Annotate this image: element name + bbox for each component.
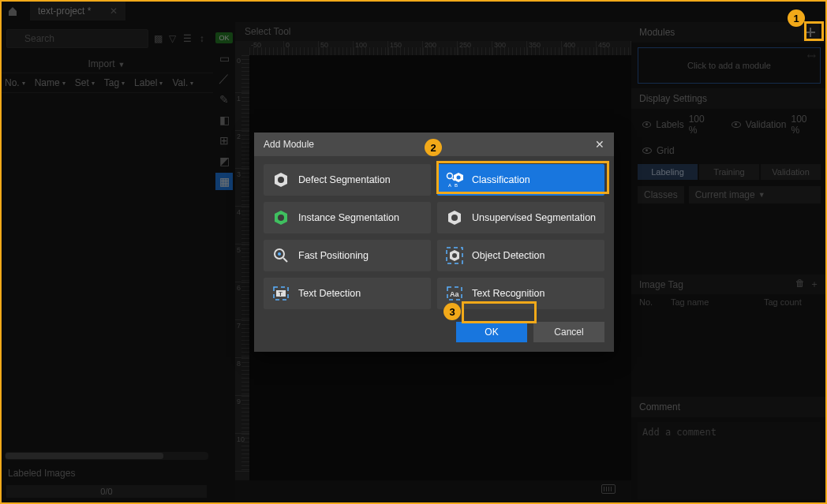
- cancel-button[interactable]: Cancel: [533, 322, 604, 342]
- image-list: [0, 93, 213, 449]
- labeled-progress: 0/0: [6, 485, 207, 498]
- svg-text:T: T: [279, 290, 283, 297]
- magnifier-icon: [271, 246, 290, 265]
- comment-header: Comment: [631, 397, 827, 417]
- svg-point-11: [278, 215, 284, 221]
- dialog-title: Add Module: [264, 139, 314, 150]
- card-text-recognition[interactable]: Aa Text Recognition: [437, 278, 604, 309]
- add-module-button[interactable]: [802, 24, 819, 41]
- close-icon[interactable]: ✕: [110, 6, 118, 17]
- tab-validation[interactable]: Validation: [761, 164, 821, 180]
- card-unsupervised-segmentation[interactable]: Unsupervised Segmentation: [437, 202, 604, 233]
- roi-tool-icon[interactable]: ▦: [215, 173, 233, 190]
- select-tool-label: Select Tool: [235, 22, 631, 41]
- select-tool-icon[interactable]: ▭: [215, 50, 233, 67]
- ok-button[interactable]: OK: [456, 322, 527, 342]
- search-input[interactable]: [6, 29, 148, 48]
- tab-training[interactable]: Training: [699, 164, 759, 180]
- svg-line-15: [283, 258, 287, 262]
- canvas-status-bar: [235, 482, 631, 496]
- svg-text:A: A: [448, 183, 451, 188]
- classes-list: [631, 207, 827, 274]
- import-dropdown[interactable]: Import▼: [0, 55, 213, 73]
- labeled-images-label: Labeled Images: [0, 463, 213, 483]
- title-bar: text-project * ✕: [0, 0, 827, 22]
- card-defect-segmentation[interactable]: Defect Segmentation: [264, 164, 431, 196]
- ruler-horizontal: -50050100150200250300350400450: [235, 41, 631, 55]
- header-name[interactable]: Name▾: [30, 77, 70, 88]
- ruler-vertical: 012345678910: [235, 55, 249, 480]
- project-tab[interactable]: text-project * ✕: [30, 2, 125, 21]
- text-recognition-icon: Aa: [445, 284, 464, 303]
- ok-badge[interactable]: OK: [215, 32, 233, 43]
- classes-label: Classes: [638, 186, 684, 203]
- brush-tool-icon[interactable]: ／: [215, 70, 233, 88]
- add-tag-icon[interactable]: ＋: [810, 278, 819, 291]
- svg-point-4: [447, 174, 453, 179]
- horizontal-scrollbar[interactable]: [5, 452, 208, 460]
- validation-opacity: 100 %: [791, 114, 816, 136]
- list-icon[interactable]: ☰: [182, 30, 193, 47]
- mode-tabs: Labeling Training Validation: [631, 161, 827, 183]
- nut-green-icon: [271, 208, 290, 227]
- eye-icon[interactable]: [642, 121, 651, 128]
- eye-icon[interactable]: [642, 147, 652, 154]
- svg-point-13: [451, 215, 458, 221]
- sort-icon[interactable]: ↕: [197, 30, 208, 47]
- header-no[interactable]: No.▾: [0, 77, 30, 88]
- nut-outline-icon: [445, 208, 464, 227]
- header-tag[interactable]: Tag▾: [99, 77, 129, 88]
- tab-labeling[interactable]: Labeling: [638, 164, 698, 180]
- grid-tool-icon[interactable]: ⊞: [215, 132, 233, 149]
- svg-text:B: B: [455, 183, 458, 188]
- display-settings-header: Display Settings: [631, 88, 827, 109]
- image-tool-icon[interactable]: ▩: [153, 30, 163, 47]
- delete-tag-icon[interactable]: 🗑: [795, 278, 805, 291]
- callout-2: 2: [425, 139, 442, 156]
- tag-list: [631, 310, 827, 397]
- eye-icon[interactable]: [732, 121, 740, 128]
- validation-toggle-label: Validation: [746, 119, 787, 130]
- filter-icon[interactable]: ▽: [168, 30, 178, 47]
- eraser-tool-icon[interactable]: ◧: [215, 111, 233, 129]
- card-text-detection[interactable]: T Text Detection: [264, 278, 431, 309]
- comment-input[interactable]: [638, 422, 821, 499]
- dialog-close-icon[interactable]: ✕: [595, 138, 604, 151]
- card-instance-segmentation[interactable]: Instance Segmentation: [264, 202, 431, 233]
- card-object-detection[interactable]: Object Detection: [437, 240, 604, 271]
- header-val[interactable]: Val.▾: [167, 77, 198, 88]
- left-panel: ▩ ▽ ☰ ↕ Import▼ No.▾ Name▾ Set▾ Tag▾ Lab…: [0, 22, 213, 504]
- svg-point-19: [452, 253, 457, 258]
- module-placeholder[interactable]: Click to add a module ⤢: [638, 47, 821, 84]
- header-label[interactable]: Label▾: [129, 77, 167, 88]
- keyboard-icon[interactable]: [601, 484, 616, 494]
- header-set[interactable]: Set▾: [70, 77, 99, 88]
- labels-opacity: 100 %: [689, 114, 714, 136]
- mask-tool-icon[interactable]: ◩: [215, 152, 233, 170]
- nut-icon: [271, 170, 290, 189]
- svg-point-7: [457, 176, 461, 180]
- right-panel: Modules Click to add a module ⤢ Display …: [631, 22, 827, 504]
- grid-toggle-label: Grid: [657, 145, 675, 156]
- callout-1: 1: [788, 9, 805, 27]
- classification-icon: AB: [445, 170, 464, 189]
- labels-toggle-label: Labels: [656, 119, 683, 130]
- tool-strip: OK ▭ ／ ✎ ◧ ⊞ ◩ ▦: [213, 28, 235, 504]
- nut-box-icon: [445, 246, 464, 265]
- project-tab-title: text-project *: [38, 6, 91, 17]
- tag-columns: No. Tag name Tag count: [631, 294, 827, 310]
- callout-3: 3: [443, 303, 461, 320]
- text-detection-icon: T: [271, 284, 290, 303]
- pen-tool-icon[interactable]: ✎: [215, 91, 233, 108]
- add-module-dialog: Add Module ✕ Defect Segmentation AB Clas…: [254, 133, 614, 352]
- current-image-dropdown[interactable]: Current image▼: [689, 186, 821, 203]
- image-list-headers: No.▾ Name▾ Set▾ Tag▾ Label▾ Val.▾: [0, 73, 213, 93]
- svg-point-3: [278, 177, 284, 183]
- svg-point-16: [278, 252, 281, 256]
- svg-text:Aa: Aa: [450, 290, 459, 298]
- card-fast-positioning[interactable]: Fast Positioning: [264, 240, 431, 271]
- expand-icon: ⤢: [804, 48, 820, 64]
- card-classification[interactable]: AB Classification: [437, 164, 604, 196]
- home-icon[interactable]: [6, 5, 19, 17]
- image-tag-header: Image Tag: [639, 279, 683, 290]
